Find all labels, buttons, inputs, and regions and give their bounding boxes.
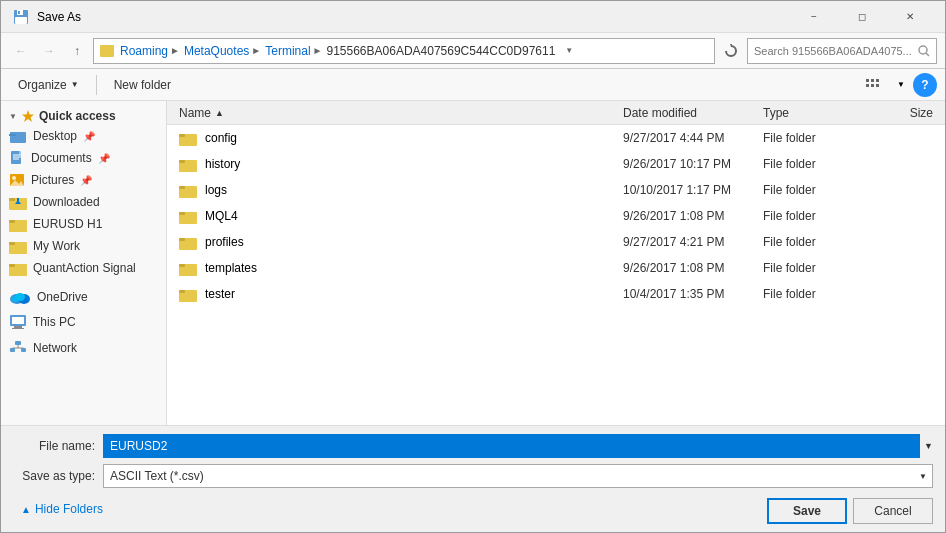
column-modified[interactable]: Date modified — [623, 106, 763, 120]
file-name-logs: logs — [179, 182, 623, 198]
file-type-profiles: File folder — [763, 235, 863, 249]
file-modified-profiles: 9/27/2017 4:21 PM — [623, 235, 763, 249]
table-row[interactable]: history 9/26/2017 10:17 PM File folder — [167, 151, 945, 177]
help-button[interactable]: ? — [913, 73, 937, 97]
toolbar-separator — [96, 75, 97, 95]
column-name[interactable]: Name ▲ — [179, 106, 623, 120]
file-modified-mql4: 9/26/2017 1:08 PM — [623, 209, 763, 223]
up-button[interactable]: ↑ — [65, 39, 89, 63]
filename-dropdown-arrow: ▼ — [924, 441, 933, 451]
onedrive-icon — [9, 290, 31, 304]
search-bar[interactable] — [747, 38, 937, 64]
breadcrumb[interactable]: Roaming ► MetaQuotes ► Terminal ► 915566… — [93, 38, 715, 64]
sidebar-item-thispc[interactable]: This PC — [1, 311, 166, 333]
table-row[interactable]: logs 10/10/2017 1:17 PM File folder — [167, 177, 945, 203]
table-row[interactable]: profiles 9/27/2017 4:21 PM File folder — [167, 229, 945, 255]
file-modified-history: 9/26/2017 10:17 PM — [623, 157, 763, 171]
svg-rect-56 — [179, 212, 185, 215]
save-button[interactable]: Save — [767, 498, 847, 524]
view-dropdown-button[interactable]: ▼ — [893, 73, 909, 97]
forward-button[interactable]: → — [37, 39, 61, 63]
sidebar-item-eurusd[interactable]: EURUSD H1 — [1, 213, 166, 235]
sidebar-item-quantaction[interactable]: QuantAction Signal — [1, 257, 166, 279]
file-name-profiles: profiles — [179, 234, 623, 250]
file-type-history: File folder — [763, 157, 863, 171]
eurusd-folder-icon — [9, 216, 27, 232]
sidebar-item-mywork[interactable]: My Work — [1, 235, 166, 257]
svg-rect-16 — [9, 134, 16, 136]
svg-rect-52 — [179, 160, 185, 163]
hide-folders-button[interactable]: ▲ Hide Folders — [13, 498, 111, 520]
folder-icon-mql4 — [179, 208, 197, 224]
table-row[interactable]: MQL4 9/26/2017 1:08 PM File folder — [167, 203, 945, 229]
new-folder-button[interactable]: New folder — [105, 73, 180, 97]
breadcrumb-metaquotes[interactable]: MetaQuotes ► — [184, 44, 261, 58]
file-name-input[interactable] — [103, 434, 920, 458]
file-name-history: history — [179, 156, 623, 172]
column-size[interactable]: Size — [863, 106, 933, 120]
svg-rect-42 — [12, 328, 24, 329]
svg-rect-50 — [179, 134, 185, 137]
svg-rect-30 — [9, 220, 15, 223]
file-name-mql4: MQL4 — [179, 208, 623, 224]
file-type-templates: File folder — [763, 261, 863, 275]
file-modified-config: 9/27/2017 4:44 PM — [623, 131, 763, 145]
view-toggle-button[interactable] — [859, 73, 889, 97]
folder-icon-config — [179, 130, 197, 146]
breadcrumb-roaming[interactable]: Roaming ► — [120, 44, 180, 58]
search-input[interactable] — [754, 45, 918, 57]
desktop-folder-icon — [9, 128, 27, 144]
file-type-config: File folder — [763, 131, 863, 145]
svg-rect-12 — [876, 84, 879, 87]
thispc-icon — [9, 314, 27, 330]
svg-rect-3 — [15, 17, 27, 24]
breadcrumb-folder-icon — [100, 45, 114, 57]
close-button[interactable]: ✕ — [887, 5, 933, 29]
folder-icon-logs — [179, 182, 197, 198]
table-row[interactable]: tester 10/4/2017 1:35 PM File folder — [167, 281, 945, 307]
svg-rect-62 — [179, 290, 185, 293]
save-as-type-select[interactable]: ASCII Text (*.csv) CSV Files (*.csv) Tex… — [103, 464, 933, 488]
sidebar-item-onedrive[interactable]: OneDrive — [1, 287, 166, 307]
svg-rect-2 — [18, 11, 20, 14]
svg-rect-58 — [179, 238, 185, 241]
documents-icon — [9, 150, 25, 166]
table-row[interactable]: config 9/27/2017 4:44 PM File folder — [167, 125, 945, 151]
svg-rect-26 — [9, 198, 15, 201]
maximize-button[interactable]: ◻ — [839, 5, 885, 29]
minimize-button[interactable]: − — [791, 5, 837, 29]
sidebar-item-network[interactable]: Network — [1, 337, 166, 359]
svg-rect-34 — [9, 264, 15, 267]
save-as-type-row: Save as type: ASCII Text (*.csv) CSV Fil… — [13, 464, 933, 488]
pin-icon-desktop: 📌 — [83, 131, 95, 142]
sidebar-item-pictures[interactable]: Pictures 📌 — [1, 169, 166, 191]
breadcrumb-terminal[interactable]: Terminal ► — [265, 44, 322, 58]
sidebar-item-downloaded[interactable]: Downloaded — [1, 191, 166, 213]
quick-access-header[interactable]: ▼ Quick access — [1, 105, 166, 125]
svg-point-23 — [12, 176, 16, 180]
title-bar-controls: − ◻ ✕ — [791, 5, 933, 29]
breadcrumb-dropdown-button[interactable]: ▼ — [561, 41, 577, 61]
cancel-button[interactable]: Cancel — [853, 498, 933, 524]
sidebar-item-desktop[interactable]: Desktop 📌 — [1, 125, 166, 147]
sidebar-item-documents[interactable]: Documents 📌 — [1, 147, 166, 169]
file-list: Name ▲ Date modified Type Size — [167, 101, 945, 425]
back-button[interactable]: ← — [9, 39, 33, 63]
file-name-label: File name: — [13, 439, 103, 453]
quantaction-folder-icon — [9, 260, 27, 276]
sidebar: ▼ Quick access Desktop 📌 — [1, 101, 167, 425]
save-as-type-label: Save as type: — [13, 469, 103, 483]
mywork-folder-icon — [9, 238, 27, 254]
organize-button[interactable]: Organize ▼ — [9, 73, 88, 97]
table-row[interactable]: templates 9/26/2017 1:08 PM File folder — [167, 255, 945, 281]
file-modified-logs: 10/10/2017 1:17 PM — [623, 183, 763, 197]
main-content: ▼ Quick access Desktop 📌 — [1, 101, 945, 425]
svg-rect-41 — [14, 326, 22, 328]
quick-access-arrow: ▼ — [9, 112, 17, 121]
folder-icon-profiles — [179, 234, 197, 250]
refresh-button[interactable] — [719, 39, 743, 63]
column-type[interactable]: Type — [763, 106, 863, 120]
organize-arrow: ▼ — [71, 80, 79, 89]
folder-icon-tester — [179, 286, 197, 302]
save-type-select-wrapper: ASCII Text (*.csv) CSV Files (*.csv) Tex… — [103, 464, 933, 488]
